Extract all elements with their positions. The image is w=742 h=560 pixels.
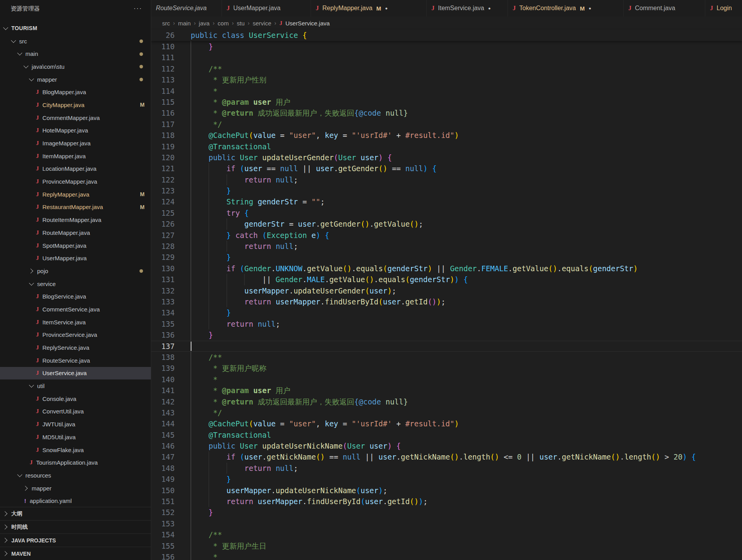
line-number[interactable]: 112 — [151, 63, 175, 74]
code-line[interactable]: 136 } — [151, 329, 742, 340]
code-line[interactable]: 110 } — [151, 41, 742, 52]
line-number[interactable]: 134 — [151, 307, 175, 318]
code-line[interactable]: 146 public User updateUserNickName(User … — [151, 440, 742, 451]
code-line[interactable]: 140 * — [151, 374, 742, 385]
code-line[interactable]: 153 — [151, 518, 742, 529]
tab-ItemService.java[interactable]: JItemService.java● — [427, 0, 508, 16]
line-number[interactable]: 147 — [151, 451, 175, 462]
sidebar-section-JAVA PROJECTS[interactable]: JAVA PROJECTS — [0, 533, 151, 547]
code-line[interactable]: 138 /** — [151, 352, 742, 363]
tree-item-file[interactable]: JUserService.java — [0, 367, 151, 380]
tree-item-folder[interactable]: pojo — [0, 265, 151, 277]
tree-item-file[interactable]: JImageMapper.java — [0, 137, 151, 150]
code-line[interactable]: 150 userMapper.updateUserNickName(user); — [151, 485, 742, 496]
breadcrumb-item[interactable]: service — [253, 20, 272, 27]
code-line[interactable]: 112 /** — [151, 63, 742, 74]
tab-Login[interactable]: JLogin — [705, 0, 742, 16]
breadcrumb-file[interactable]: UserService.java — [285, 20, 329, 27]
breadcrumb-item[interactable]: java — [199, 20, 210, 27]
line-number[interactable]: 114 — [151, 86, 175, 97]
tree-item-folder[interactable]: util — [0, 379, 151, 392]
tree-item-file[interactable]: JSpotMapper.java — [0, 239, 151, 252]
tree-item-file[interactable]: JHotelMapper.java — [0, 124, 151, 137]
tree-item-file[interactable]: JRouteItemMapper.java — [0, 213, 151, 226]
line-number[interactable]: 136 — [151, 329, 175, 340]
tab-Comment.java[interactable]: JComment.java — [624, 0, 705, 16]
code-line[interactable]: 130 if (Gender.UNKNOW.getValue().equals(… — [151, 263, 742, 274]
code-line[interactable]: 147 if (user.getNickName() == null || us… — [151, 451, 742, 462]
line-number[interactable]: 127 — [151, 230, 175, 241]
tab-UserMapper.java[interactable]: JUserMapper.java — [222, 0, 311, 16]
line-number[interactable]: 144 — [151, 418, 175, 429]
code-line[interactable]: 156 * — [151, 551, 742, 560]
line-number[interactable]: 138 — [151, 352, 175, 363]
tab-ReplyMapper.java[interactable]: JReplyMapper.javaM● — [311, 0, 427, 16]
line-number[interactable]: 116 — [151, 107, 175, 118]
code-line[interactable]: 126 genderStr = user.getGender().getValu… — [151, 218, 742, 229]
line-number[interactable]: 130 — [151, 263, 175, 274]
tree-item-file[interactable]: JCommentMapper.java — [0, 111, 151, 124]
code-line[interactable]: 152 } — [151, 507, 742, 518]
code-line[interactable]: 145 @Transactional — [151, 429, 742, 440]
code-line[interactable]: 132 userMapper.updateUserGender(user); — [151, 285, 742, 296]
tree-item-file[interactable]: JLocationMapper.java — [0, 163, 151, 175]
line-number[interactable]: 152 — [151, 507, 175, 518]
code-line[interactable]: 139 * 更新用户昵称 — [151, 363, 742, 374]
line-number[interactable]: 135 — [151, 318, 175, 329]
line-number[interactable]: 120 — [151, 152, 175, 163]
code-line[interactable]: 121 if (user == null || user.getGender()… — [151, 163, 742, 174]
tree-item-file[interactable]: !application.yaml — [0, 494, 151, 507]
sidebar-section-时间线[interactable]: 时间线 — [0, 520, 151, 533]
line-number[interactable]: 129 — [151, 252, 175, 263]
breadcrumb-item[interactable]: stu — [237, 20, 245, 27]
code-line[interactable]: 128 return null; — [151, 241, 742, 252]
code-line[interactable]: 114 * — [151, 86, 742, 97]
code-line[interactable]: 135 return null; — [151, 318, 742, 329]
line-number[interactable]: 111 — [151, 52, 175, 63]
tree-item-folder[interactable]: service — [0, 277, 151, 290]
code-line[interactable]: 124 String genderStr = ""; — [151, 196, 742, 207]
line-number[interactable]: 122 — [151, 174, 175, 185]
code-line[interactable]: 118 @CachePut(value = "user", key = "'us… — [151, 130, 742, 141]
line-number[interactable]: 125 — [151, 208, 175, 218]
line-number[interactable]: 151 — [151, 496, 175, 507]
code-line[interactable]: 133 return userMapper.findUserById(user.… — [151, 296, 742, 307]
tree-item-file[interactable]: JRestaurantMapper.javaM — [0, 201, 151, 214]
code-line[interactable]: 111 — [151, 52, 742, 63]
line-number[interactable]: 123 — [151, 185, 175, 196]
line-number[interactable]: 154 — [151, 529, 175, 540]
tree-item-file[interactable]: JJWTUtil.java — [0, 418, 151, 431]
line-number[interactable]: 113 — [151, 74, 175, 85]
tree-item-file[interactable]: JConsole.java — [0, 392, 151, 405]
sidebar-section-MAVEN[interactable]: MAVEN — [0, 547, 151, 560]
line-number[interactable]: 137 — [151, 341, 175, 352]
code-line[interactable]: 148 return null; — [151, 463, 742, 474]
line-number[interactable]: 155 — [151, 540, 175, 551]
code-line[interactable]: 122 return null; — [151, 174, 742, 185]
tree-item-file[interactable]: JProvinceService.java — [0, 329, 151, 342]
breadcrumb-item[interactable]: com — [218, 20, 229, 27]
line-number[interactable]: 132 — [151, 285, 175, 296]
line-number[interactable]: 140 — [151, 374, 175, 385]
breadcrumb-item[interactable]: main — [178, 20, 191, 27]
code-line[interactable]: 155 * 更新用户生日 — [151, 540, 742, 551]
breadcrumb-item[interactable]: src — [162, 20, 170, 27]
line-number[interactable]: 153 — [151, 518, 175, 529]
tree-item-file[interactable]: JUserMapper.java — [0, 252, 151, 265]
line-number[interactable]: 156 — [151, 551, 175, 560]
tree-item-folder[interactable]: mapper — [0, 73, 151, 86]
code-line[interactable]: 26public class UserService { — [151, 30, 307, 41]
code-line[interactable]: 115 * @param user 用户 — [151, 97, 742, 107]
line-number[interactable]: 139 — [151, 363, 175, 374]
tab-RouteService.java[interactable]: RouteService.java — [151, 0, 222, 16]
code-line[interactable]: 149 } — [151, 474, 742, 485]
tree-item-file[interactable]: JRouteService.java — [0, 354, 151, 367]
tree-item-file[interactable]: JMD5Util.java — [0, 431, 151, 444]
code-line[interactable]: 119 @Transactional — [151, 141, 742, 152]
code-line[interactable]: 143 */ — [151, 407, 742, 418]
code-line[interactable]: 129 } — [151, 252, 742, 263]
code-line[interactable]: 134 } — [151, 307, 742, 318]
code-line[interactable]: 116 * @return 成功返回最新用户，失败返回{@code null} — [151, 107, 742, 118]
code-line[interactable]: 117 */ — [151, 119, 742, 130]
line-number[interactable]: 142 — [151, 396, 175, 407]
